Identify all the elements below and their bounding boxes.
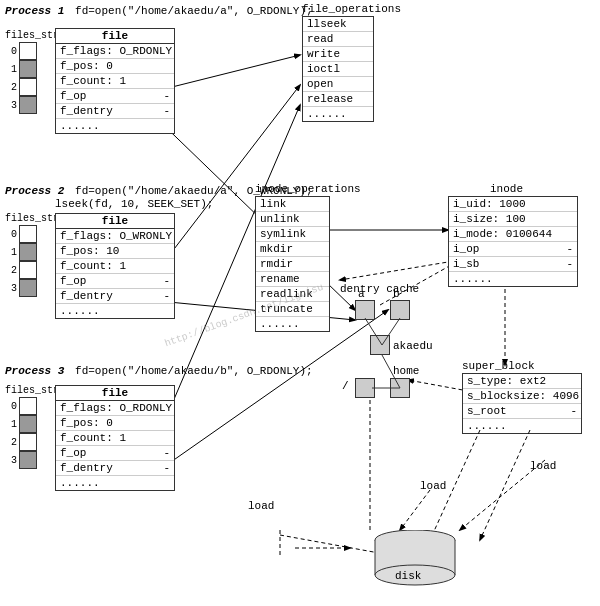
p3-file-box: file f_flags: O_RDONLY f_pos: 0 f_count:… <box>55 385 175 491</box>
inode-box: i_uid: 1000 i_size: 100 i_mode: 0100644 … <box>448 196 578 287</box>
svg-line-22 <box>480 430 530 540</box>
inode-label: inode <box>490 183 523 195</box>
load-label-3: load <box>530 460 556 472</box>
process2-cmd2: lseek(fd, 10, SEEK_SET); <box>55 198 213 210</box>
dentry-akaedu <box>370 335 390 355</box>
super-block-box: s_type: ext2 s_blocksize: 4096 s_root- .… <box>462 373 582 434</box>
disk-label: disk <box>395 570 421 582</box>
svg-line-5 <box>148 310 388 478</box>
dentry-akaedu-label: akaedu <box>393 340 433 352</box>
p2-file-box: file f_flags: O_WRONLY f_pos: 10 f_count… <box>55 213 175 319</box>
diagram: Process 1 fd=open("/home/akaedu/a", O_RD… <box>0 0 600 606</box>
dentry-home-label: home <box>393 365 419 377</box>
inode-operations-box: link unlink symlink mkdir rmdir rename r… <box>255 196 330 332</box>
dentry-b-label: b <box>393 288 400 300</box>
dentry-home <box>390 378 410 398</box>
dentry-a-label: a <box>358 288 365 300</box>
dentry-cache-label: dentry cache <box>340 283 419 295</box>
super-block-label: super_block <box>462 360 535 372</box>
dentry-a <box>355 300 375 320</box>
file-operations-label: file_operations <box>302 3 401 15</box>
load-label-2: load <box>420 480 446 492</box>
svg-line-13 <box>400 490 430 530</box>
file-operations-box: llseek read write ioctl open release ...… <box>302 16 374 122</box>
dentry-root <box>355 378 375 398</box>
inode-operations-label: inode_operations <box>255 183 361 195</box>
load-label-1: load <box>248 500 274 512</box>
dentry-b <box>390 300 410 320</box>
process3-label: Process 3 fd=open("/home/akaedu/b", O_RD… <box>5 365 313 377</box>
p1-file-box: file f_flags: O_RDONLY f_pos: 0 f_count:… <box>55 28 175 134</box>
process1-label: Process 1 fd=open("/home/akaedu/a", O_RD… <box>5 5 313 17</box>
svg-line-8 <box>340 260 460 280</box>
dentry-root-label: / <box>342 380 349 392</box>
